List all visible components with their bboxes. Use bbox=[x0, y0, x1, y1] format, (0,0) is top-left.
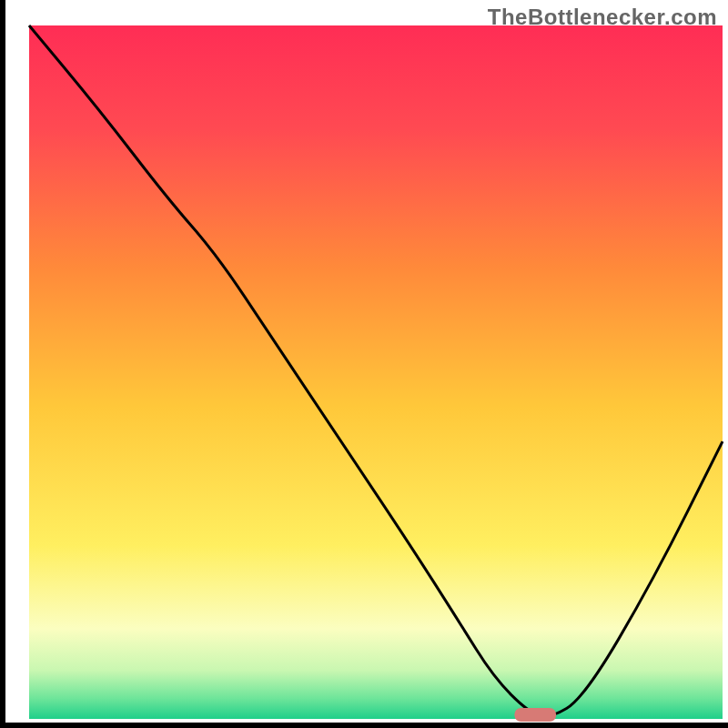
watermark-text: TheBottlenecker.com bbox=[488, 5, 717, 30]
chart-svg bbox=[0, 0, 728, 728]
optimal-marker bbox=[514, 708, 556, 722]
chart-container: TheBottlenecker.com bbox=[0, 0, 728, 728]
plot-background bbox=[29, 25, 723, 719]
